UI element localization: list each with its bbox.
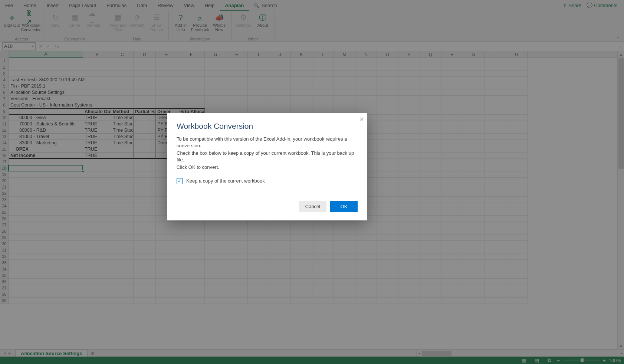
ok-button[interactable]: OK <box>330 201 358 212</box>
checkbox-icon: ✓ <box>177 178 183 184</box>
dialog-text-1: To be compatible with this version of th… <box>177 136 358 149</box>
cancel-label: Cancel <box>305 204 320 209</box>
workbook-conversion-dialog: × Workbook Conversion To be compatible w… <box>167 113 367 220</box>
dialog-title: Workbook Conversion <box>177 122 358 131</box>
dialog-close-button[interactable]: × <box>359 116 364 122</box>
checkbox-label: Keep a copy of the current workbook <box>186 178 265 184</box>
cancel-button[interactable]: Cancel <box>299 201 326 212</box>
ok-label: OK <box>341 204 348 209</box>
dialog-text-3: Click OK to convert. <box>177 164 358 171</box>
dialog-body-text: To be compatible with this version of th… <box>177 136 358 171</box>
modal-overlay: × Workbook Conversion To be compatible w… <box>0 0 624 364</box>
dialog-text-2: Check the box below to keep a copy of yo… <box>177 150 358 163</box>
keep-copy-checkbox[interactable]: ✓ Keep a copy of the current workbook <box>177 178 358 184</box>
